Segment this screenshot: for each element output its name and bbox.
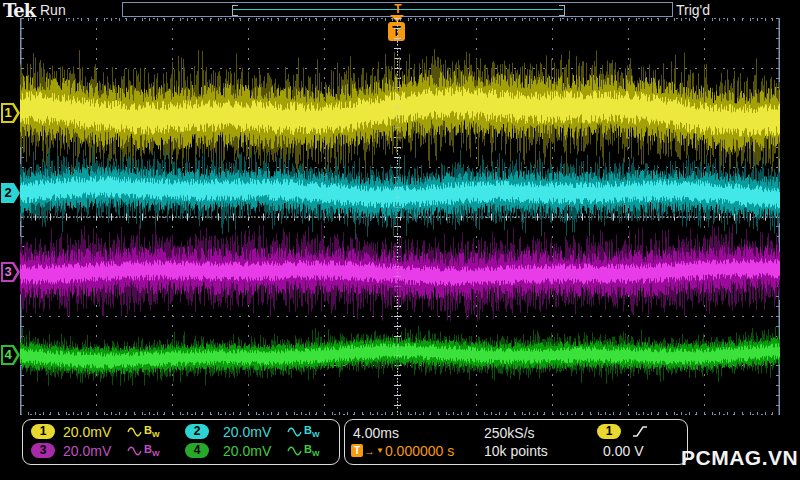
trigger-level: 0.00 V <box>603 443 643 459</box>
trigger-position-value: 0.000000 s <box>385 443 454 459</box>
trigger-status: Trig'd <box>676 2 710 18</box>
oscilloscope-screen: Tek Run T Trig'd T 1 2 3 4 1 20.0mV BW <box>0 0 800 480</box>
time-scale: 4.00ms <box>353 425 399 441</box>
channel-marker-3-number: 3 <box>1 262 15 282</box>
channel-1-badge: 1 <box>31 424 55 439</box>
channel-1-scale: 20.0mV <box>63 424 111 440</box>
window-bracket-right-icon <box>559 5 565 16</box>
channel-readout-box: 1 20.0mV BW 2 20.0mV BW 3 20.0mV BW 4 20… <box>22 419 340 465</box>
trigger-t-icon: T <box>351 444 363 457</box>
channel-marker-2-number: 2 <box>1 183 15 203</box>
channel-marker-2: 2 <box>1 183 20 203</box>
channel-marker-3: 3 <box>1 262 20 282</box>
ac-coupling-icon <box>287 426 302 438</box>
down-arrow-icon: ▼ <box>376 446 384 455</box>
channel-marker-1-number: 1 <box>1 103 15 123</box>
channel-marker-1: 1 <box>1 103 20 123</box>
waveform-canvas <box>20 18 780 415</box>
ac-coupling-icon <box>127 445 142 457</box>
rising-edge-icon <box>632 424 648 439</box>
bandwidth-limit-icon: BW <box>304 443 320 458</box>
right-arrow-icon: → <box>364 445 375 457</box>
channel-marker-4-number: 4 <box>1 345 15 365</box>
sample-rate: 250kS/s <box>484 425 535 441</box>
record-length: 10k points <box>484 443 548 459</box>
channel-2-scale: 20.0mV <box>223 424 271 440</box>
trigger-position-readout: T → ▼ 0.000000 s <box>351 443 454 458</box>
bandwidth-limit-icon: BW <box>304 424 320 439</box>
channel-marker-4: 4 <box>1 345 20 365</box>
channel-3-scale: 20.0mV <box>63 443 111 459</box>
ac-coupling-icon <box>127 426 142 438</box>
watermark: PCMAG.VN <box>681 446 798 470</box>
channel-4-badge: 4 <box>185 443 209 458</box>
record-trigger-position-icon: T <box>392 2 404 16</box>
window-bracket-left-icon <box>232 5 238 16</box>
ac-coupling-icon <box>287 445 302 457</box>
channel-3-badge: 3 <box>31 443 55 458</box>
bandwidth-limit-icon: BW <box>144 443 160 458</box>
horizontal-trigger-readout-box: 4.00ms 250kS/s 1 T → ▼ 0.000000 s 10k po… <box>344 419 688 465</box>
trigger-source-badge: 1 <box>597 424 621 439</box>
channel-2-badge: 2 <box>185 424 209 439</box>
acquisition-status: Run <box>40 2 66 18</box>
bandwidth-limit-icon: BW <box>144 424 160 439</box>
channel-4-scale: 20.0mV <box>223 443 271 459</box>
